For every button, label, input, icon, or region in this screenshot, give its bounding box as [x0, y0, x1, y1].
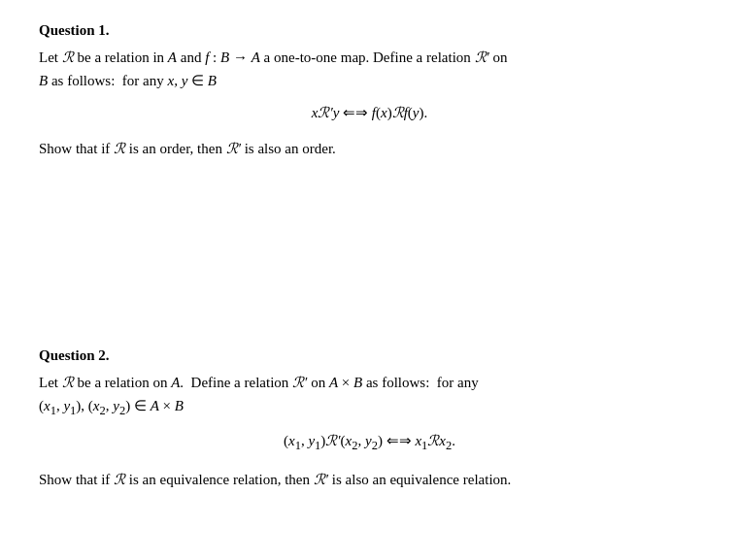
spacer [39, 189, 700, 345]
q1-show-that: Show that if ℛ is an order, then ℛ′ is a… [39, 137, 700, 160]
q1-relation-R: ℛ [62, 49, 74, 65]
question-1-body: Let ℛ be a relation in A and f : B → A a… [39, 46, 700, 92]
question-1-title: Question 1. [39, 19, 700, 42]
question-2-body: Let ℛ be a relation on A. Define a relat… [39, 371, 700, 420]
q2-show-that: Show that if ℛ is an equivalence relatio… [39, 468, 700, 491]
question-1-block: Question 1. Let ℛ be a relation in A and… [39, 19, 700, 160]
q1-display-math: xℛ′y ⇐⇒ f(x)ℛf(y). [39, 102, 700, 124]
q2-display-math: (x1, y1)ℛ′(x2, y2) ⇐⇒ x1ℛx2. [39, 430, 700, 455]
page-content: Question 1. Let ℛ be a relation in A and… [39, 19, 700, 491]
question-2-block: Question 2. Let ℛ be a relation on A. De… [39, 345, 700, 491]
question-2-title: Question 2. [39, 345, 700, 367]
